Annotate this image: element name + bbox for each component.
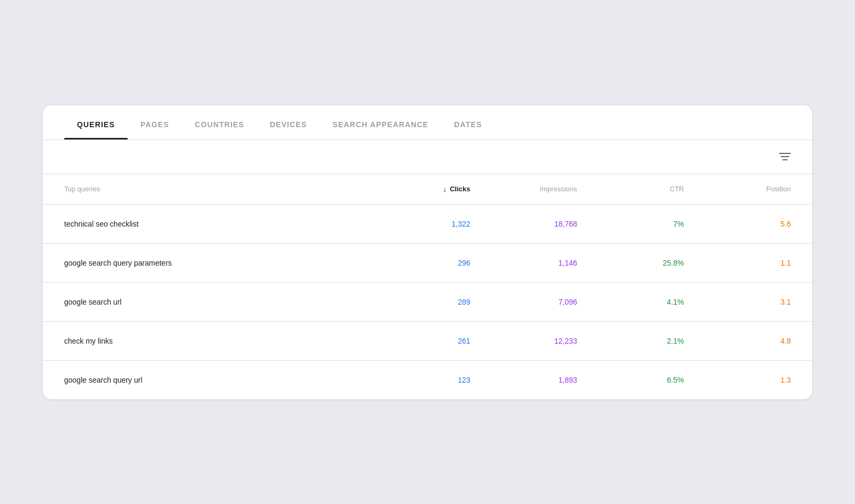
filter-button[interactable] [779, 153, 791, 160]
tab-pages[interactable]: PAGES [128, 105, 182, 139]
clicks-value: 123 [363, 376, 470, 384]
ctr-value: 2.1% [577, 337, 684, 345]
query-name: check my links [64, 337, 363, 345]
tab-dates[interactable]: DATES [441, 105, 495, 139]
tab-search-appearance[interactable]: SEARCH APPEARANCE [320, 105, 441, 139]
tab-devices[interactable]: DEVICES [257, 105, 320, 139]
position-value: 1.1 [684, 259, 791, 267]
data-table: Top queries ↓ Clicks Impressions CTR Pos… [43, 174, 812, 399]
table-row: google search query parameters 296 1,146… [43, 244, 812, 283]
impressions-value: 12,233 [470, 337, 577, 345]
query-name: google search query parameters [64, 259, 363, 267]
col-header-position[interactable]: Position [684, 185, 791, 193]
tab-countries[interactable]: COUNTRIES [182, 105, 257, 139]
col-header-impressions[interactable]: Impressions [470, 185, 577, 193]
ctr-value: 7% [577, 220, 684, 228]
table-header: Top queries ↓ Clicks Impressions CTR Pos… [43, 174, 812, 205]
query-name: google search query url [64, 376, 363, 384]
ctr-value: 4.1% [577, 298, 684, 306]
table-row: google search query url 123 1,893 6.5% 1… [43, 361, 812, 399]
filter-bar [43, 140, 812, 174]
clicks-value: 289 [363, 298, 470, 306]
position-value: 5.6 [684, 220, 791, 228]
clicks-value: 296 [363, 259, 470, 267]
filter-line-3 [782, 159, 788, 160]
impressions-value: 18,768 [470, 220, 577, 228]
col-header-query: Top queries [64, 185, 363, 193]
ctr-value: 25.8% [577, 259, 684, 267]
col-header-clicks[interactable]: ↓ Clicks [363, 185, 470, 193]
ctr-value: 6.5% [577, 376, 684, 384]
col-header-ctr[interactable]: CTR [577, 185, 684, 193]
table-row: google search url 289 7,096 4.1% 3.1 [43, 283, 812, 322]
clicks-value: 261 [363, 337, 470, 345]
filter-line-1 [779, 153, 791, 154]
position-value: 1.3 [684, 376, 791, 384]
main-card: QUERIES PAGES COUNTRIES DEVICES SEARCH A… [43, 105, 812, 399]
position-value: 4.8 [684, 337, 791, 345]
impressions-value: 7,096 [470, 298, 577, 306]
impressions-value: 1,893 [470, 376, 577, 384]
table-row: check my links 261 12,233 2.1% 4.8 [43, 322, 812, 361]
query-name: google search url [64, 298, 363, 306]
filter-line-2 [781, 156, 789, 157]
sort-arrow-icon: ↓ [443, 185, 447, 193]
tab-queries[interactable]: QUERIES [64, 105, 128, 139]
table-row: technical seo checklist 1,322 18,768 7% … [43, 205, 812, 244]
tabs-bar: QUERIES PAGES COUNTRIES DEVICES SEARCH A… [43, 105, 812, 140]
clicks-value: 1,322 [363, 220, 470, 228]
impressions-value: 1,146 [470, 259, 577, 267]
position-value: 3.1 [684, 298, 791, 306]
query-name: technical seo checklist [64, 220, 363, 228]
